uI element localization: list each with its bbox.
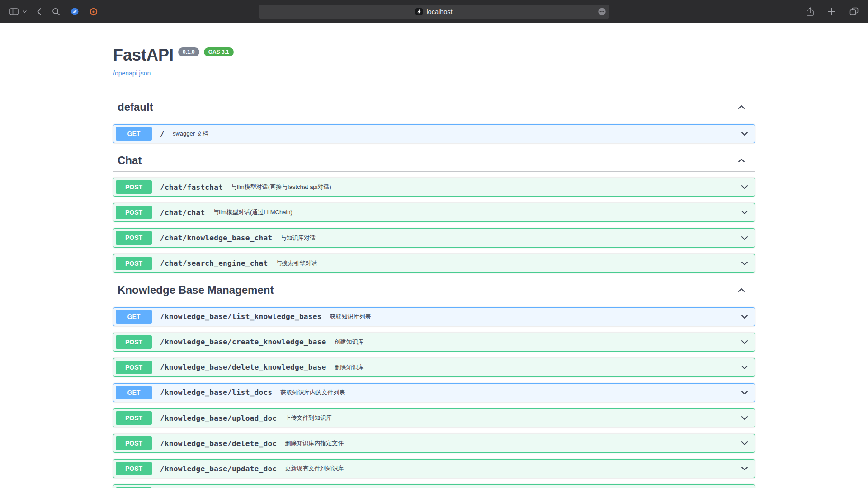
chevron-up-icon [737,156,746,165]
chevron-down-icon [740,208,749,217]
extension-orange-icon [90,8,98,16]
operation-description: 与llm模型对话(通过LLMChain) [213,208,740,216]
share-icon [807,7,814,16]
collapse-section-button[interactable] [737,156,746,165]
version-badge: 0.1.0 [178,47,199,56]
operation-description: 上传文件到知识库 [285,414,740,422]
operation-method-badge: POST [116,231,152,244]
new-tab-button[interactable] [826,6,837,17]
expand-operation-button[interactable] [740,208,749,217]
expand-operation-button[interactable] [740,234,749,243]
extension-orange-button[interactable] [88,6,99,17]
back-arrow-icon [37,8,42,16]
search-icon [52,8,60,16]
toolbar-left-group [0,6,99,17]
chevron-down-icon [740,234,749,243]
openapi-spec-link[interactable]: /openapi.json [113,70,151,77]
api-title-text: FastAPI [113,45,174,65]
operation-description: 删除知识库 [335,363,740,371]
chevron-down-icon [740,413,749,422]
operation-row[interactable]: POST /knowledge_base/recreate_vector_sto… [113,484,755,488]
search-button[interactable] [51,6,61,17]
section-header[interactable]: Knowledge Base Management [113,279,755,301]
browser-toolbar: localhost [0,0,868,23]
expand-operation-button[interactable] [740,388,749,397]
operation-summary[interactable]: POST /chat/knowledge_base_chat 与知识库对话 [113,229,755,247]
operation-summary[interactable]: POST /knowledge_base/recreate_vector_sto… [113,485,755,488]
toolbar-right-group [805,0,860,23]
expand-operation-button[interactable] [740,464,749,473]
operation-row[interactable]: POST /knowledge_base/create_knowledge_ba… [113,333,755,352]
operation-path: /chat/search_engine_chat [156,259,272,267]
operation-row[interactable]: POST /chat/search_engine_chat 与搜索引擎对话 [113,254,755,273]
expand-operation-button[interactable] [740,183,749,192]
operation-path: /chat/chat [156,208,209,217]
chevron-down-icon [740,129,749,138]
operation-path: /chat/fastchat [156,183,227,192]
sidebar-toggle-button[interactable] [8,7,20,17]
operation-method-badge: POST [116,206,152,219]
chevron-down-icon [740,312,749,321]
expand-operation-button[interactable] [740,363,749,372]
operation-description: 获取知识库列表 [330,313,740,321]
operation-row[interactable]: POST /knowledge_base/delete_knowledge_ba… [113,358,755,377]
section-header[interactable]: Chat [113,150,755,172]
operation-row[interactable]: GET /knowledge_base/list_knowledge_bases… [113,307,755,326]
operation-summary[interactable]: POST /knowledge_base/create_knowledge_ba… [113,333,755,351]
operation-summary[interactable]: GET /knowledge_base/list_knowledge_bases… [113,308,755,326]
operation-row[interactable]: POST /knowledge_base/update_doc 更新现有文件到知… [113,459,755,478]
api-info: FastAPI 0.1.0 OAS 3.1 /openapi.json [113,45,755,77]
collapse-section-button[interactable] [737,286,746,295]
operation-summary[interactable]: GET /knowledge_base/list_docs 获取知识库内的文件列… [113,384,755,402]
operation-method-badge: POST [116,436,152,450]
operation-row[interactable]: GET /knowledge_base/list_docs 获取知识库内的文件列… [113,383,755,402]
address-bar[interactable]: localhost [259,5,609,19]
section-title: Chat [118,154,737,167]
operation-summary[interactable]: POST /chat/chat 与llm模型对话(通过LLMChain) [113,203,755,221]
collapse-section-button[interactable] [737,103,746,112]
extension-blue-button[interactable] [69,6,80,17]
operation-row[interactable]: POST /chat/knowledge_base_chat 与知识库对话 [113,228,755,247]
operation-description: 更新现有文件到知识库 [285,465,740,473]
operation-path: /chat/knowledge_base_chat [156,234,277,242]
oas-badge: OAS 3.1 [204,47,234,56]
operation-path: /knowledge_base/list_knowledge_bases [156,312,326,321]
operation-summary[interactable]: POST /knowledge_base/delete_doc 删除知识库内指定… [113,434,755,452]
operation-row[interactable]: POST /knowledge_base/upload_doc 上传文件到知识库 [113,408,755,427]
operation-path: / [156,130,169,138]
back-button[interactable] [35,6,43,17]
expand-operation-button[interactable] [740,129,749,138]
chevron-down-icon [740,439,749,448]
tab-overview-button[interactable] [848,6,860,17]
operation-row[interactable]: POST /chat/chat 与llm模型对话(通过LLMChain) [113,203,755,222]
operation-summary[interactable]: POST /chat/search_engine_chat 与搜索引擎对话 [113,254,755,272]
operation-description: 与搜索引擎对话 [276,259,740,267]
operation-summary[interactable]: GET / swagger 文档 [113,125,755,143]
operation-method-badge: GET [116,310,152,324]
share-button[interactable] [805,6,815,18]
operation-row[interactable]: POST /knowledge_base/delete_doc 删除知识库内指定… [113,434,755,453]
chevron-down-icon [23,10,27,13]
operation-description: 删除知识库内指定文件 [285,439,740,447]
expand-operation-button[interactable] [740,259,749,268]
operation-method-badge: GET [116,386,152,399]
operation-summary[interactable]: POST /knowledge_base/upload_doc 上传文件到知识库 [113,409,755,427]
tab-group-menu-button[interactable] [22,9,28,14]
operation-row[interactable]: GET / swagger 文档 [113,124,755,143]
operation-summary[interactable]: POST /knowledge_base/delete_knowledge_ba… [113,358,755,376]
new-tab-icon [828,8,835,15]
extension-blue-icon [71,7,79,16]
expand-operation-button[interactable] [740,312,749,321]
expand-operation-button[interactable] [740,439,749,448]
sidebar-icon [9,8,19,15]
section-header[interactable]: default [113,96,755,118]
operation-summary[interactable]: POST /chat/fastchat 与llm模型对话(直接与fastchat… [113,178,755,196]
operation-summary[interactable]: POST /knowledge_base/update_doc 更新现有文件到知… [113,460,755,478]
expand-operation-button[interactable] [740,338,749,347]
address-text: localhost [426,8,452,15]
chevron-up-icon [737,103,746,112]
expand-operation-button[interactable] [740,413,749,422]
operation-row[interactable]: POST /chat/fastchat 与llm模型对话(直接与fastchat… [113,178,755,197]
page-menu-button[interactable] [598,7,606,16]
operation-path: /knowledge_base/list_docs [156,388,277,397]
